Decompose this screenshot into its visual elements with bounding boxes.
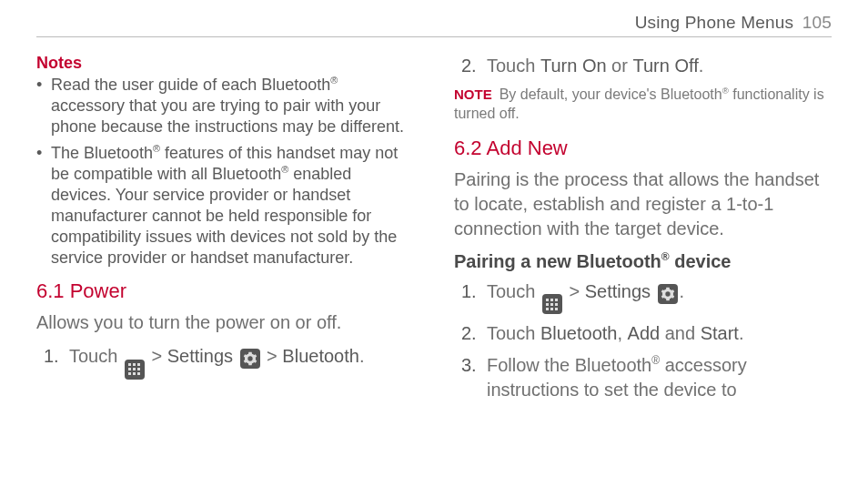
step-text: .	[359, 346, 365, 366]
left-column: Notes Read the user guide of each Blueto…	[36, 54, 414, 410]
step-item: 3. Follow the Bluetooth® accessory instr…	[454, 353, 832, 402]
step-text: Follow the Bluetooth® accessory instruct…	[487, 355, 747, 400]
step-text: Touch	[487, 281, 540, 301]
step-text: and	[660, 323, 700, 343]
step-number: 2.	[461, 54, 477, 78]
step-number: 3.	[461, 353, 477, 378]
start-label: Start	[701, 323, 739, 343]
step-text: .	[699, 56, 704, 76]
add-label: Add	[628, 323, 661, 343]
section-6-1-body: Allows you to turn the power on or off.	[36, 310, 414, 335]
step-item: 1. Touch > Settings > Bluetooth.	[36, 344, 414, 380]
step-text: Touch	[487, 56, 540, 76]
note-item: The Bluetooth® features of this handset …	[36, 143, 414, 269]
gear-icon	[658, 284, 678, 304]
step-text: Touch	[69, 346, 123, 366]
header-divider	[36, 36, 832, 37]
step-number: 2.	[461, 321, 477, 346]
columns: Notes Read the user guide of each Blueto…	[36, 54, 832, 410]
step-text: .	[739, 323, 744, 343]
step-number: 1.	[461, 279, 477, 304]
step-item: 1. Touch > Settings .	[454, 279, 832, 315]
turn-on-label: Turn On	[540, 56, 607, 76]
page-number: 105	[802, 13, 832, 32]
step-item: 2. Touch Turn On or Turn Off.	[454, 54, 832, 78]
step-text: .	[680, 281, 685, 301]
settings-label: Settings	[585, 281, 651, 301]
bluetooth-label: Bluetooth	[540, 323, 618, 343]
step-item: 2. Touch Bluetooth, Add and Start.	[454, 321, 832, 346]
inline-note: NOTEBy default, your device's Bluetooth®…	[454, 86, 832, 124]
section-6-2-body: Pairing is the process that allows the h…	[454, 167, 832, 241]
steps-6-1-cont: 2. Touch Turn On or Turn Off.	[454, 54, 832, 78]
step-text: >	[262, 346, 283, 366]
step-text: ,	[617, 323, 627, 343]
note-label: NOTE	[454, 86, 492, 102]
step-text: or	[607, 56, 633, 76]
apps-icon	[125, 360, 145, 380]
step-text: >	[146, 346, 167, 366]
bluetooth-label: Bluetooth	[282, 346, 359, 366]
note-text: Read the user guide of each Bluetooth® a…	[51, 76, 404, 136]
pairing-heading: Pairing a new Bluetooth® device	[454, 250, 832, 272]
note-item: Read the user guide of each Bluetooth® a…	[36, 75, 414, 137]
section-6-2-heading: 6.2 Add New	[454, 137, 832, 160]
step-number: 1.	[44, 344, 59, 369]
apps-icon	[542, 294, 562, 314]
steps-6-1: 1. Touch > Settings > Bluetooth.	[36, 344, 414, 380]
steps-6-2: 1. Touch > Settings . 2. Touch Bluetooth…	[454, 279, 832, 403]
note-text: The Bluetooth® features of this handset …	[51, 144, 398, 267]
page-header: Using Phone Menus 105	[36, 13, 832, 36]
section-6-1-heading: 6.1 Power	[36, 279, 414, 303]
note-text: By default, your device's Bluetooth® fun…	[454, 86, 824, 121]
settings-label: Settings	[167, 346, 233, 366]
page: Using Phone Menus 105 Notes Read the use…	[0, 0, 868, 497]
step-text: Touch	[487, 323, 540, 343]
notes-list: Read the user guide of each Bluetooth® a…	[36, 75, 414, 269]
notes-heading: Notes	[36, 54, 414, 73]
gear-icon	[240, 349, 260, 369]
turn-off-label: Turn Off	[632, 56, 698, 76]
right-column: 2. Touch Turn On or Turn Off. NOTEBy def…	[454, 54, 832, 410]
step-text: >	[564, 281, 585, 301]
header-title: Using Phone Menus	[635, 13, 794, 32]
